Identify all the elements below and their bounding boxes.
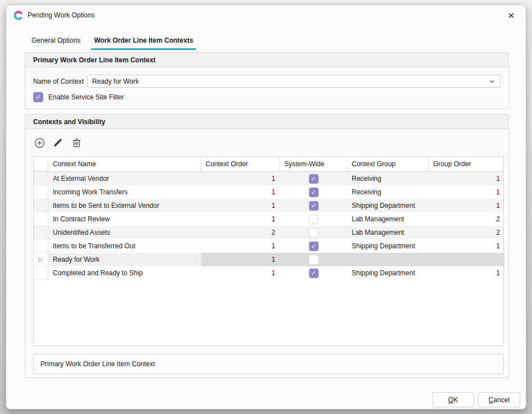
cell-context-group: Lab Management [347,226,429,239]
table-body: At External Vendor 1 ✓ Receiving 1 Incom… [34,172,503,280]
cell-context-order: 2 [201,226,280,239]
cell-context-order: 1 [201,266,280,280]
row-indicator-cell [34,172,48,185]
table-row[interactable]: Completed and Ready to Ship 1 ✓ Shipping… [34,266,503,280]
close-icon[interactable]: ✕ [506,10,517,21]
system-wide-checkbox-icon[interactable]: ✓ [309,201,319,211]
cell-context-group: Lab Management [347,212,429,226]
cell-context-name: Completed and Ready to Ship [48,266,201,280]
pencil-icon [53,138,63,148]
tab-strip: General Options Work Order Line Item Con… [29,33,196,50]
cancel-button[interactable]: Cancel [478,392,520,407]
system-wide-checkbox-icon[interactable] [309,228,319,238]
row-indicator-cell [34,226,48,239]
window-title: Pending Work Options [28,11,95,19]
app-logo-icon [13,11,23,20]
cell-context-group: Shipping Department [347,199,429,212]
tab-work-order-line-item-contexts[interactable]: Work Order Line Item Contexts [91,33,195,50]
cell-context-order: 1 [201,212,280,226]
name-of-context-label: Name of Context [33,78,84,85]
cell-context-name: Items to be Sent to External Vendor [48,199,201,212]
cell-system-wide [280,253,347,266]
enable-service-site-filter-label: Enable Service Site Filter [48,93,124,101]
system-wide-checkbox-icon[interactable]: ✓ [309,242,319,251]
cell-context-group [347,253,429,266]
contexts-visibility-groupbox: Contexts and Visibility [25,114,509,378]
cell-context-group: Receiving [347,172,429,185]
row-indicator-cell [34,266,48,280]
add-context-button[interactable] [34,137,45,148]
cell-group-order: 2 [429,212,504,226]
current-row-arrow-icon: ▷ [39,256,43,262]
tab-general-options[interactable]: General Options [29,33,83,50]
row-indicator-cell [34,199,48,212]
cell-system-wide [280,226,347,239]
column-header-context-group[interactable]: Context Group [347,157,429,171]
row-indicator-cell [34,185,48,199]
cell-context-group: Shipping Department [347,239,429,253]
grid-footer-text: Primary Work Order Line Item Context [40,360,155,368]
cell-context-order: 1 [201,185,280,199]
cell-group-order: 1 [429,172,504,185]
cell-group-order: 2 [429,226,504,239]
column-header-context-name[interactable]: Context Name [48,157,201,171]
cell-system-wide: ✓ [280,199,347,212]
row-indicator-cell [34,212,48,226]
cell-group-order [429,253,504,266]
system-wide-checkbox-icon[interactable]: ✓ [309,269,319,278]
cell-group-order: 1 [429,239,504,253]
cell-system-wide: ✓ [280,239,347,253]
cell-context-order: 1 [201,199,280,212]
table-row[interactable]: Items to be Transferred Out 1 ✓ Shipping… [34,239,503,253]
table-row[interactable]: In Contract Review 1 Lab Management 2 [34,212,503,226]
row-indicator-cell: ▷ [34,253,48,266]
title-bar: Pending Work Options ✕ [6,5,526,25]
cell-system-wide [280,212,347,226]
primary-context-groupbox: Primary Work Order Line Item Context Nam… [25,52,509,109]
table-row[interactable]: At External Vendor 1 ✓ Receiving 1 [34,172,503,185]
table-row[interactable]: ▷ Ready for Work 1 [34,253,503,266]
cell-context-group: Shipping Department [347,266,429,280]
checkbox-checked-icon: ✓ [33,92,43,102]
column-header-context-order[interactable]: Context Order [201,157,280,171]
system-wide-checkbox-icon[interactable] [309,255,319,265]
table-row[interactable]: Incoming Work Transfers 1 ✓ Receiving 1 [34,185,503,199]
name-of-context-value: Ready for Work [92,78,489,85]
row-indicator-header [34,157,48,171]
cell-context-order: 1 [201,239,280,253]
cell-system-wide: ✓ [280,185,347,199]
table-row[interactable]: Items to be Sent to External Vendor 1 ✓ … [34,199,503,212]
edit-context-button[interactable] [52,137,63,148]
table-header-row: Context Name Context Order System-Wide C… [34,157,503,172]
column-header-group-order[interactable]: Group Order [429,157,504,171]
cell-context-order: 1 [201,172,280,185]
contexts-visibility-group-title: Contexts and Visibility [25,115,508,129]
cell-context-name: At External Vendor [48,172,201,185]
cell-context-name: Unidentified Assets [48,226,201,239]
delete-context-button[interactable] [71,137,82,148]
cell-group-order: 1 [429,199,504,212]
cell-context-name: In Contract Review [48,212,201,226]
grid-toolbar [34,137,82,148]
contexts-table: Context Name Context Order System-Wide C… [33,156,504,346]
add-circle-icon [34,138,45,148]
trash-icon [72,138,81,148]
ok-button[interactable]: OK [432,392,474,407]
cell-context-name: Ready for Work [48,253,201,266]
cell-context-order: 1 [201,253,280,266]
cell-context-group: Receiving [347,185,429,199]
system-wide-checkbox-icon[interactable] [309,215,319,224]
grid-footer-box: Primary Work Order Line Item Context [33,354,504,374]
cell-context-name: Items to be Transferred Out [48,239,201,253]
row-indicator-cell [34,239,48,253]
column-header-system-wide[interactable]: System-Wide [280,157,347,171]
cell-system-wide: ✓ [280,172,347,185]
name-of-context-combobox[interactable]: Ready for Work [87,75,501,88]
system-wide-checkbox-icon[interactable]: ✓ [309,188,319,197]
primary-context-group-title: Primary Work Order Line Item Context [25,53,508,67]
cell-group-order: 1 [429,266,504,280]
system-wide-checkbox-icon[interactable]: ✓ [309,174,319,184]
table-row[interactable]: Unidentified Assets 2 Lab Management 2 [34,226,503,239]
enable-service-site-filter-checkbox[interactable]: ✓ Enable Service Site Filter [33,92,124,102]
pending-work-options-dialog: Pending Work Options ✕ General Options W… [6,4,526,410]
